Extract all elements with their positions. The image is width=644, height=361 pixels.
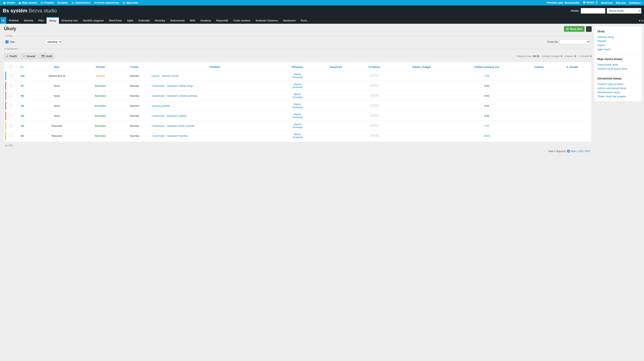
topnav-kontakty[interactable]: Kontakty bbox=[56, 0, 69, 5]
col-p-edm-t[interactable]: Předmět bbox=[150, 63, 279, 71]
issue-id-link[interactable]: 94 bbox=[21, 114, 24, 117]
row-checkbox[interactable] bbox=[9, 94, 12, 97]
tab-agile[interactable]: Agile bbox=[124, 17, 136, 24]
assignee-link[interactable]: MartinSvoboda bbox=[292, 113, 302, 119]
topnav-moje-stránka[interactable]: Moje stránka bbox=[17, 0, 38, 5]
tab-nastaven-[interactable]: Nastavení bbox=[280, 17, 298, 24]
issue-id-link[interactable]: 96 bbox=[21, 94, 24, 97]
add-filter-select[interactable] bbox=[560, 39, 590, 44]
sidebar-link[interactable]: Import bbox=[597, 43, 639, 47]
issue-id-link[interactable]: 93 bbox=[21, 124, 24, 127]
table-row[interactable]: 97 Nový Normální Novinka Customizer - na… bbox=[5, 81, 590, 91]
table-row[interactable]: 94 Nový Normální Novinka Customizer - na… bbox=[5, 111, 590, 121]
row-checkbox[interactable] bbox=[9, 124, 12, 127]
issue-subject-link[interactable]: Úprava portfolia bbox=[152, 104, 170, 107]
topnav-úvodní[interactable]: Úvodní bbox=[2, 0, 16, 5]
col-priorita[interactable]: Priorita bbox=[82, 63, 118, 71]
options-legend[interactable]: ▶Nastavení bbox=[4, 47, 19, 50]
topnav-neběží[interactable]: !Neběží bbox=[581, 0, 600, 5]
assignee-link[interactable]: MartinSvoboda bbox=[292, 83, 302, 89]
export-atom[interactable]: Atom bbox=[567, 150, 576, 153]
sidebar-collapse-button[interactable]: › bbox=[586, 26, 592, 32]
row-checkbox[interactable] bbox=[9, 134, 12, 137]
assignee-link[interactable]: MartinSvoboda bbox=[292, 133, 302, 139]
assignee-link[interactable]: MartinSvoboda bbox=[292, 93, 302, 99]
issue-subject-link[interactable]: Customizer - nastavení titulku stránek bbox=[152, 124, 194, 127]
issue-subject-link[interactable]: Customizer - nastavení vhledu blogu bbox=[152, 84, 193, 87]
tab-dokumenty[interactable]: Dokumenty bbox=[168, 17, 187, 24]
export-csv[interactable]: CSV bbox=[578, 150, 584, 153]
topnav-archived-repositories[interactable]: Archived repositories bbox=[92, 0, 121, 5]
sidebar-link[interactable]: Třídění úkolů dle projektu bbox=[597, 94, 639, 98]
issue-id-link[interactable]: 97 bbox=[21, 84, 24, 87]
tab-scroll-left[interactable]: ◀ bbox=[638, 17, 641, 24]
issue-id-link[interactable]: 126 bbox=[20, 74, 24, 77]
search-input[interactable] bbox=[581, 8, 605, 13]
assignee-link[interactable]: MartinSvoboda bbox=[292, 103, 302, 109]
filters-legend[interactable]: ▼Filtry bbox=[4, 34, 13, 37]
sidebar-link[interactable]: Nedokončené úkoly bbox=[597, 90, 639, 94]
col-celkem[interactable]: Celkem bbox=[524, 63, 554, 71]
table-row[interactable]: 96 Nový Normální Novinka Customizer - na… bbox=[5, 91, 590, 101]
tab-p-ehled[interactable]: Přehled bbox=[6, 17, 21, 24]
new-tab-plus-button[interactable]: + bbox=[0, 17, 6, 24]
tab-novinky[interactable]: Novinky bbox=[152, 17, 168, 24]
table-row[interactable]: 126 Zpracovává se Vysoká Vylazení Layout… bbox=[5, 71, 590, 81]
apply-button[interactable]: ✔Použít bbox=[4, 53, 19, 59]
table-row[interactable]: 92 Testování Normální Novinka Customizer… bbox=[5, 131, 590, 141]
tab-gantt-v-diagram[interactable]: Ganttův diagram bbox=[80, 17, 106, 24]
col-p-i-azeno[interactable]: Přiřazeno bbox=[279, 63, 316, 71]
sidebar-link[interactable]: Agile board bbox=[597, 47, 639, 51]
issue-id-link[interactable]: 92 bbox=[21, 134, 24, 137]
topnav-odhlášení[interactable]: Odhlášení bbox=[628, 0, 642, 6]
topnav-nápověda[interactable]: ?Nápověda bbox=[121, 0, 140, 5]
tab-pl-n[interactable]: Plán bbox=[36, 17, 46, 24]
table-row[interactable]: 95 Nový Normální Vylazení Úprava portfol… bbox=[5, 101, 590, 111]
sidebar-link[interactable]: Veškeré neuhrazené úkoly bbox=[597, 67, 639, 71]
col-odhad-budget[interactable]: Odhad / budget bbox=[393, 63, 450, 71]
col--hotovo[interactable]: % Hotovo bbox=[356, 63, 394, 71]
filter-status-checkbox[interactable] bbox=[6, 40, 8, 43]
sidebar-link[interactable]: Všechny úkoly bbox=[597, 35, 639, 39]
assignee-link[interactable]: MartinSvoboda bbox=[292, 123, 302, 129]
tab-aktivita[interactable]: Aktivita bbox=[21, 17, 36, 24]
col-celkem-str-ven-as[interactable]: Celkem strávený čas bbox=[450, 63, 524, 71]
assignee-link[interactable]: MartinSvoboda bbox=[292, 73, 302, 79]
new-issue-button[interactable]: Nový úkol bbox=[564, 26, 584, 32]
tab-wiki[interactable]: Wiki bbox=[187, 17, 198, 24]
row-checkbox[interactable] bbox=[9, 114, 12, 117]
table-row[interactable]: 93 Testování Normální Novinka Customizer… bbox=[5, 121, 590, 131]
current-user-link[interactable]: Bezvastudio bbox=[564, 0, 580, 5]
tab-code-reviews[interactable]: Code reviews bbox=[231, 17, 253, 24]
topnav-můj-účet[interactable]: Můj účet bbox=[614, 0, 628, 6]
tab-subtask-columns[interactable]: Subtask Columns bbox=[253, 17, 280, 24]
sidebar-link[interactable]: Hotové neuhrazené úkoly bbox=[597, 86, 639, 90]
topnav-worktime[interactable]: WorkTime bbox=[600, 0, 614, 6]
row-checkbox[interactable] bbox=[9, 74, 12, 77]
col-fronta[interactable]: Fronta bbox=[118, 63, 150, 71]
topnav-administrace[interactable]: Administrace bbox=[70, 0, 92, 5]
tab-repozit-[interactable]: Repozitář bbox=[214, 17, 231, 24]
col-stav[interactable]: Stav bbox=[31, 63, 82, 71]
clear-button[interactable]: ⟳Smazat bbox=[21, 53, 38, 59]
tab-kont-[interactable]: Kont… bbox=[298, 17, 312, 24]
col-uzav-t-do[interactable]: Uzavřít do bbox=[316, 63, 356, 71]
issue-subject-link[interactable]: Layout - vylazení hooků bbox=[152, 74, 179, 77]
issue-subject-link[interactable]: Customizer - nastavení vzhledu portfolia bbox=[152, 94, 197, 97]
issue-id-link[interactable]: 95 bbox=[21, 104, 24, 107]
tab--koly[interactable]: Úkoly bbox=[46, 17, 59, 24]
tab-soubory[interactable]: Soubory bbox=[198, 17, 214, 24]
row-checkbox[interactable] bbox=[9, 84, 12, 87]
issue-subject-link[interactable]: Customizer - nastavení hlavičky bbox=[152, 134, 188, 137]
row-checkbox[interactable] bbox=[9, 104, 12, 107]
save-button[interactable]: 💾Uložit bbox=[39, 53, 54, 59]
filter-status-select[interactable]: otevřený bbox=[45, 39, 62, 44]
export-pdf[interactable]: PDF bbox=[585, 150, 590, 153]
select-all-checkbox[interactable] bbox=[9, 65, 12, 68]
issue-subject-link[interactable]: Customizer - nastavení patičky bbox=[152, 114, 187, 117]
sidebar-link[interactable]: Finanční výpis projektu bbox=[597, 82, 639, 86]
sidebar-link[interactable]: Fakturované úkoly bbox=[597, 63, 639, 67]
sidebar-link[interactable]: Přehled bbox=[597, 39, 639, 43]
tab-worktime[interactable]: WorkTime bbox=[106, 17, 124, 24]
project-selector[interactable]: Bezva studio bbox=[607, 8, 641, 13]
